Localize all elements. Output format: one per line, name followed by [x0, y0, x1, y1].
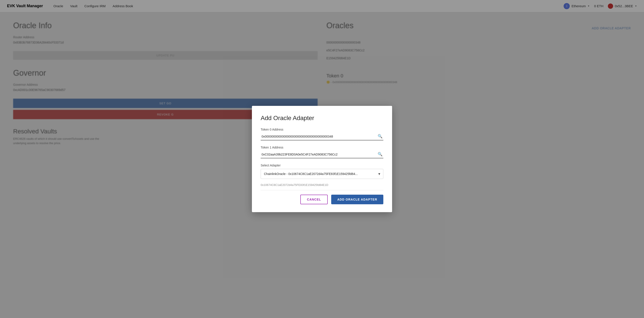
- token1-search-icon[interactable]: 🔍: [378, 152, 382, 157]
- modal-actions: CANCEL ADD ORACLE ADAPTER: [261, 195, 383, 204]
- select-adapter-label: Select Adapter: [261, 163, 383, 167]
- adapter-select[interactable]: ChainlinkOracle - 0x10674C8C1aE2072d4a75…: [261, 169, 383, 179]
- modal-title: Add Oracle Adapter: [261, 115, 383, 122]
- token0-input[interactable]: [261, 133, 383, 141]
- token0-label: Token 0 Address: [261, 128, 383, 131]
- cancel-button[interactable]: CANCEL: [300, 195, 328, 204]
- token1-input-wrap: 🔍: [261, 151, 383, 158]
- adapter-address-display: 0x10674C8C1aE2072d4a75FE83f1E159425fd84E…: [261, 182, 383, 190]
- adapter-select-wrap: ChainlinkOracle - 0x10674C8C1aE2072d4a75…: [261, 169, 383, 179]
- add-oracle-adapter-button[interactable]: ADD ORACLE ADAPTER: [331, 195, 383, 204]
- add-oracle-adapter-modal: Add Oracle Adapter Token 0 Address 🔍 Tok…: [252, 106, 392, 212]
- token0-input-wrap: 🔍: [261, 133, 383, 141]
- modal-overlay: Add Oracle Adapter Token 0 Address 🔍 Tok…: [0, 0, 644, 318]
- token1-input[interactable]: [261, 151, 383, 158]
- token1-label: Token 1 Address: [261, 146, 383, 149]
- token0-search-icon[interactable]: 🔍: [378, 134, 382, 139]
